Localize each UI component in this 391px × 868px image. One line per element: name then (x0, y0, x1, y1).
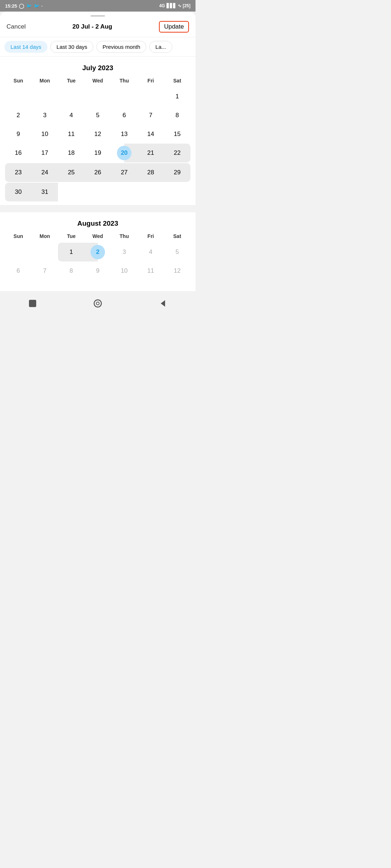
chip-last[interactable]: La... (149, 41, 172, 53)
july-26[interactable]: 26 (84, 163, 111, 182)
aug-2[interactable]: 2 (84, 243, 111, 261)
july-22[interactable]: 22 (164, 144, 190, 162)
july-15[interactable]: 15 (164, 125, 190, 144)
dow-thu: Thu (111, 78, 138, 87)
twitter-icon2: 🐦 (34, 3, 39, 9)
july-11[interactable]: 11 (58, 125, 84, 144)
july-5[interactable]: 5 (84, 106, 111, 125)
dow-sat: Sat (164, 78, 190, 87)
july-12[interactable]: 12 (84, 125, 111, 144)
july-3[interactable]: 3 (31, 106, 58, 125)
dow-fri: Fri (138, 78, 164, 87)
dow-wed: Wed (84, 233, 111, 243)
dot-icon: · (41, 3, 43, 9)
chip-last14[interactable]: Last 14 days (4, 41, 47, 53)
svg-rect-0 (29, 300, 36, 307)
aug-10[interactable]: 10 (111, 261, 138, 280)
empty-cell (164, 183, 190, 201)
chip-last30[interactable]: Last 30 days (50, 41, 93, 53)
signal-bars-icon: ▋▋▋ (167, 3, 176, 8)
calendar-container: July 2023 Sun Mon Tue Wed Thu Fri Sat 1 (0, 57, 196, 288)
wifi-icon: ∿ (178, 3, 181, 8)
july-dow-header: Sun Mon Tue Wed Thu Fri Sat (5, 78, 190, 87)
aug-3[interactable]: 3 (111, 243, 138, 261)
selected-range-title: 20 Jul - 2 Aug (72, 23, 112, 30)
empty-cell (138, 87, 164, 106)
july-25[interactable]: 25 (58, 163, 84, 182)
nav-back-button[interactable] (157, 298, 169, 309)
july-20[interactable]: 20 (111, 144, 138, 162)
aug-4[interactable]: 4 (138, 243, 164, 261)
july-23[interactable]: 23 (5, 163, 31, 182)
july-29[interactable]: 29 (164, 163, 190, 182)
empty-cell (31, 243, 58, 261)
chip-prev-month[interactable]: Previous month (96, 41, 146, 53)
aug-7[interactable]: 7 (31, 261, 58, 280)
august-title: August 2023 (5, 220, 190, 227)
july-13[interactable]: 13 (111, 125, 138, 144)
dow-sun: Sun (5, 233, 31, 243)
dow-mon: Mon (31, 233, 58, 243)
july-7[interactable]: 7 (138, 106, 164, 125)
empty-cell (31, 87, 58, 106)
dow-wed: Wed (84, 78, 111, 87)
july-27[interactable]: 27 (111, 163, 138, 182)
july-section: July 2023 Sun Mon Tue Wed Thu Fri Sat 1 (0, 57, 196, 201)
aug-9[interactable]: 9 (84, 261, 111, 280)
aug-8[interactable]: 8 (58, 261, 84, 280)
july-9[interactable]: 9 (5, 125, 31, 144)
july-week-2: 2 3 4 5 6 7 8 (5, 106, 190, 125)
svg-point-1 (94, 300, 101, 307)
july-title: July 2023 (5, 64, 190, 72)
aug-6[interactable]: 6 (5, 261, 31, 280)
battery-icon: [25] (183, 3, 190, 8)
empty-cell (111, 87, 138, 106)
filter-chips-bar: Last 14 days Last 30 days Previous month… (0, 37, 196, 57)
july-week-6: 30 31 (5, 183, 190, 201)
july-4[interactable]: 4 (58, 106, 84, 125)
july-week-5: 23 24 25 26 27 28 29 (5, 163, 190, 182)
empty-cell (58, 183, 84, 201)
july-24[interactable]: 24 (31, 163, 58, 182)
bottom-sheet: Cancel 20 Jul - 2 Aug Update Last 14 day… (0, 12, 196, 316)
empty-cell (5, 243, 31, 261)
empty-cell (58, 87, 84, 106)
july-16[interactable]: 16 (5, 144, 31, 162)
july-6[interactable]: 6 (111, 106, 138, 125)
july-week-3: 9 10 11 12 13 14 15 (5, 125, 190, 144)
date-picker-header: Cancel 20 Jul - 2 Aug Update (0, 17, 196, 37)
signal-label: 4G (159, 3, 165, 8)
dow-tue: Tue (58, 78, 84, 87)
aug-5[interactable]: 5 (164, 243, 190, 261)
july-1[interactable]: 1 (164, 87, 190, 106)
july-17[interactable]: 17 (31, 144, 58, 162)
july-week-1: 1 (5, 87, 190, 106)
july-8[interactable]: 8 (164, 106, 190, 125)
nav-square-button[interactable] (27, 298, 38, 309)
dow-tue: Tue (58, 233, 84, 243)
nav-home-button[interactable] (92, 298, 104, 309)
aug-1[interactable]: 1 (58, 243, 84, 261)
svg-marker-3 (161, 300, 165, 307)
july-week-4: 16 17 18 19 20 21 22 (5, 144, 190, 162)
july-2[interactable]: 2 (5, 106, 31, 125)
july-31[interactable]: 31 (31, 183, 58, 201)
aug-11[interactable]: 11 (138, 261, 164, 280)
july-21[interactable]: 21 (138, 144, 164, 162)
status-time: 15:25 (5, 3, 17, 9)
twitter-icon: 🐦 (26, 3, 32, 9)
july-28[interactable]: 28 (138, 163, 164, 182)
bottom-nav (0, 291, 196, 316)
july-14[interactable]: 14 (138, 125, 164, 144)
july-19[interactable]: 19 (84, 144, 111, 162)
july-30[interactable]: 30 (5, 183, 31, 201)
cancel-button[interactable]: Cancel (7, 23, 26, 30)
dow-sun: Sun (5, 78, 31, 87)
aug-12[interactable]: 12 (164, 261, 190, 280)
july-10[interactable]: 10 (31, 125, 58, 144)
whatsapp-icon: ◯ (19, 3, 24, 9)
july-18[interactable]: 18 (58, 144, 84, 162)
empty-cell (5, 87, 31, 106)
aug-week-2: 6 7 8 9 10 11 12 (5, 261, 190, 280)
update-button[interactable]: Update (159, 21, 189, 33)
